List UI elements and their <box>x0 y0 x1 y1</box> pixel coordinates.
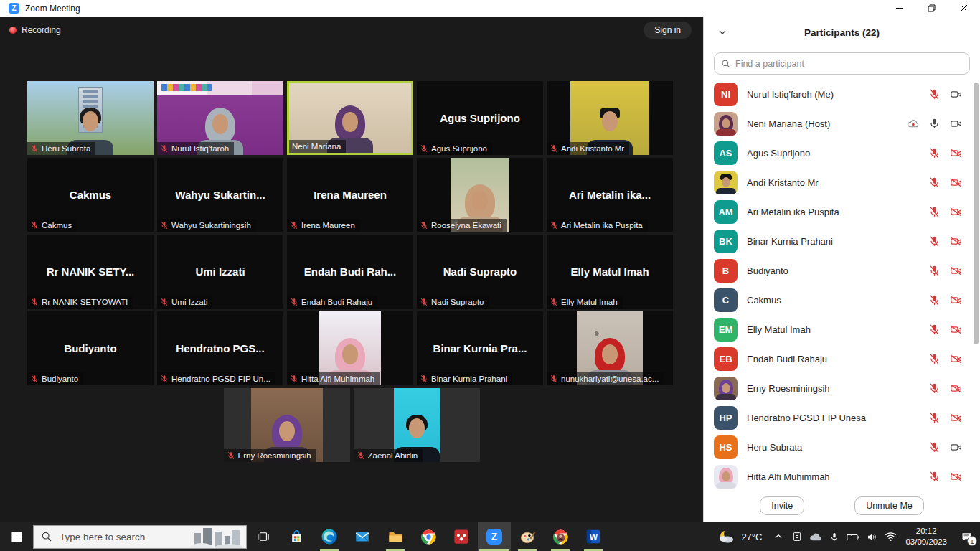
participant-row-endah-budi-rahaju[interactable]: EBEndah Budi Rahaju <box>704 344 973 374</box>
cast-device-icon[interactable] <box>788 522 806 551</box>
participant-row-budiyanto[interactable]: BBudiyanto <box>704 256 973 286</box>
cam-off-icon <box>949 176 963 189</box>
tile-name-text: Erny Roesminingsih <box>238 451 311 460</box>
muted-mic-icon <box>160 221 169 230</box>
show-hidden-icons-chevron[interactable] <box>769 522 788 551</box>
clock[interactable]: 20:12 03/09/2023 <box>900 526 953 547</box>
restore-button[interactable] <box>915 0 948 17</box>
edge-taskbar-icon[interactable] <box>313 522 346 551</box>
invite-button[interactable]: Invite <box>760 496 804 515</box>
participant-row-cakmus[interactable]: CCakmus <box>704 286 973 315</box>
video-tile-endah-budi-rahaju[interactable]: Endah Budi Rah...Endah Budi Rahaju <box>287 235 413 309</box>
participant-row-nurul-istiq-faroh-me[interactable]: NINurul Istiq'faroh (Me) <box>704 80 973 109</box>
chrome-taskbar-icon[interactable] <box>412 522 445 551</box>
minimize-button[interactable] <box>883 0 915 17</box>
video-tile-budiyanto[interactable]: BudiyantoBudiyanto <box>27 311 154 385</box>
participants-scrollbar[interactable] <box>974 83 979 486</box>
video-tile-hitta-alfi-muhimmah[interactable]: Hitta Alfi Muhimmah <box>287 311 413 385</box>
participant-row-agus-suprijono[interactable]: ASAgus Suprijono <box>704 138 973 168</box>
system-tray: 27°C 20:12 03/09/2023 1 <box>711 522 980 551</box>
video-tile-erny-roesminingsih[interactable]: Erny Roesminingsih <box>224 388 350 462</box>
participant-avatar: EB <box>714 347 738 371</box>
cam-off-icon <box>949 471 963 483</box>
participant-row-andi-kristanto-mr[interactable]: Andi Kristanto Mr <box>704 168 973 197</box>
time-label: 20:12 <box>905 526 947 537</box>
unmute-me-button[interactable]: Unmute Me <box>854 496 924 515</box>
avatar-photo <box>714 112 738 136</box>
battery-icon[interactable] <box>844 522 862 551</box>
tile-name-label: Budiyanto <box>27 372 83 385</box>
participant-status-icons <box>928 294 963 306</box>
zoom-meeting-window: Z Zoom Meeting Recording Sign in Heru Su… <box>0 0 980 551</box>
muted-mic-icon <box>550 375 558 383</box>
video-tile-heru-subrata[interactable]: Heru Subrata <box>27 81 154 155</box>
video-tile-rooselyna-ekawati[interactable]: Rooselyna Ekawati <box>417 158 543 232</box>
participant-row-neni-mariana-host[interactable]: Neni Mariana (Host) <box>704 109 973 138</box>
avatar-face <box>722 177 730 187</box>
taskbar-search-placeholder: Type here to search <box>60 532 145 542</box>
video-tile-ari-metalin-ika-puspita[interactable]: Ari Metalin ika...Ari Metalin ika Puspit… <box>547 158 673 232</box>
onedrive-cloud-icon[interactable] <box>806 522 825 551</box>
muted-mic-icon <box>290 221 298 230</box>
participant-avatar: C <box>714 288 738 312</box>
task-view-taskbar-icon[interactable] <box>247 522 280 551</box>
participant-row-heru-subrata[interactable]: HSHeru Subrata <box>704 433 973 462</box>
video-tile-neni-mariana[interactable]: Neni Mariana <box>287 81 413 155</box>
tile-name-text: Agus Suprijono <box>431 144 487 153</box>
video-tile-nadi-suprapto[interactable]: Nadi SupraptoNadi Suprapto <box>417 235 543 309</box>
person-face <box>279 421 295 441</box>
video-tile-elly-matul-imah[interactable]: Elly Matul ImahElly Matul Imah <box>547 235 673 309</box>
video-tile-umi-izzati[interactable]: Umi IzzatiUmi Izzati <box>157 235 283 309</box>
search-input[interactable] <box>735 59 963 69</box>
microphone-tray-icon[interactable] <box>825 522 844 551</box>
wifi-icon[interactable] <box>881 522 900 551</box>
weather-widget[interactable]: 27°C <box>711 522 769 551</box>
tile-name-label: Nurul Istiq'faroh <box>157 142 234 155</box>
tile-name-label: Zaenal Abidin <box>354 449 423 462</box>
participant-status-icons <box>928 206 963 218</box>
cam-off-icon <box>949 235 963 248</box>
person-face <box>342 344 358 364</box>
start-button[interactable] <box>0 522 33 551</box>
video-tile-nurul-istiq-faroh[interactable]: Nurul Istiq'faroh <box>157 81 283 155</box>
chrome-profile-taskbar-icon[interactable] <box>544 522 577 551</box>
word-taskbar-icon[interactable]: W <box>577 522 610 551</box>
sign-in-button[interactable]: Sign in <box>644 22 692 39</box>
participant-row-ari-metalin-ika-puspita[interactable]: AMAri Metalin ika Puspita <box>704 197 973 227</box>
video-tile-rr-nanik-setyowati[interactable]: Rr NANIK SETY...Rr NANIK SETYOWATI <box>27 235 154 309</box>
video-tile-binar-kurnia-prahani[interactable]: Binar Kurnia Pra...Binar Kurnia Prahani <box>417 311 543 385</box>
mail-taskbar-icon[interactable] <box>346 522 379 551</box>
video-tile-nunukhariyati-unesa-ac[interactable]: nunukhariyati@unesa.ac... <box>547 311 673 385</box>
file-explorer-taskbar-icon[interactable] <box>379 522 412 551</box>
zoom-taskbar-icon[interactable]: Z <box>478 522 511 551</box>
participant-search[interactable] <box>714 52 970 75</box>
participant-row-elly-matul-imah[interactable]: EMElly Matul Imah <box>704 315 973 344</box>
action-center-button[interactable]: 1 <box>953 522 980 551</box>
title-bar: Z Zoom Meeting <box>0 0 980 17</box>
video-tile-cakmus[interactable]: CakmusCakmus <box>27 158 154 232</box>
video-tile-zaenal-abidin[interactable]: Zaenal Abidin <box>354 388 480 462</box>
close-button[interactable] <box>948 0 980 17</box>
mendeley-taskbar-icon[interactable] <box>445 522 478 551</box>
participant-row-hitta-alfi-muhimmah[interactable]: Hitta Alfi Muhimmah <box>704 462 973 491</box>
muted-mic-icon <box>290 298 298 306</box>
muted-mic-icon <box>550 298 558 306</box>
video-tile-irena-maureen[interactable]: Irena MaureenIrena Maureen <box>287 158 413 232</box>
scrollbar-thumb[interactable] <box>974 83 979 344</box>
volume-icon[interactable] <box>862 522 881 551</box>
tile-name-text: Rr NANIK SETYOWATI <box>42 298 128 306</box>
microsoft-store-icon <box>290 530 303 544</box>
collapse-panel-chevron-icon[interactable] <box>717 27 730 39</box>
participant-row-erny-roesminingsih[interactable]: Erny Roesminingsih <box>704 374 973 403</box>
video-tile-wahyu-sukartiningsih[interactable]: Wahyu Sukartin...Wahyu Sukartiningsih <box>157 158 283 232</box>
microsoft-store-taskbar-icon[interactable] <box>280 522 313 551</box>
participant-row-hendratno-pgsd-fip-unesa[interactable]: HPHendratno PGSD FIP Unesa <box>704 403 973 433</box>
paint3d-taskbar-icon[interactable] <box>511 522 544 551</box>
video-tile-hendratno-pgsd-fip-un[interactable]: Hendratno PGS...Hendratno PGSD FIP Un... <box>157 311 283 385</box>
video-tile-agus-suprijono[interactable]: Agus SuprijonoAgus Suprijono <box>417 81 543 155</box>
mic-off-icon <box>928 235 941 248</box>
taskbar-search[interactable]: Type here to search <box>33 525 247 549</box>
video-tile-andi-kristanto-mr[interactable]: Andi Kristanto Mr <box>547 81 673 155</box>
mic-off-icon <box>928 412 941 424</box>
participant-row-binar-kurnia-prahani[interactable]: BKBinar Kurnia Prahani <box>704 227 973 256</box>
